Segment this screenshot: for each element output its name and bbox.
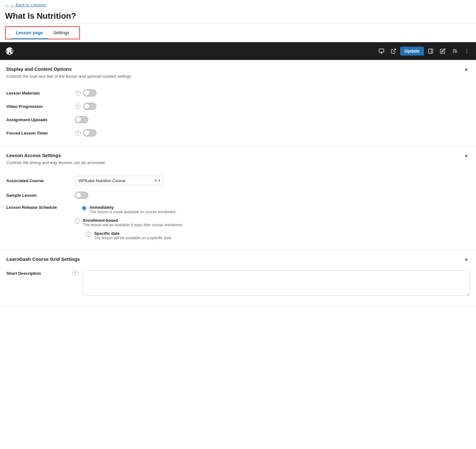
update-button[interactable]: Update xyxy=(400,47,424,56)
sidebar-toggle-button[interactable] xyxy=(425,46,436,56)
sample-lesson-label: Sample Lesson xyxy=(6,193,70,198)
svg-point-7 xyxy=(466,51,467,51)
lesson-materials-slider xyxy=(83,89,96,96)
back-label: ← Back to Lessons xyxy=(10,3,46,7)
edit-icon-button[interactable] xyxy=(437,46,448,56)
associated-course-label: Associated Course xyxy=(6,178,70,183)
sample-lesson-control xyxy=(75,192,88,199)
wp-logo-icon xyxy=(5,47,14,56)
lesson-access-rows: Associated Course WPKube Nutrition Cours… xyxy=(0,170,476,250)
forced-lesson-timer-toggle[interactable] xyxy=(83,129,96,136)
lesson-materials-help-icon[interactable]: ? xyxy=(75,90,81,96)
assignment-uploads-toggle[interactable] xyxy=(75,116,88,123)
forced-lesson-timer-help-icon[interactable]: ? xyxy=(75,130,81,136)
assignment-uploads-slider xyxy=(75,116,88,123)
assignment-uploads-control xyxy=(75,116,88,123)
video-progression-slider xyxy=(83,103,96,110)
radio-specific-date: Specific date The lesson will be availab… xyxy=(86,231,172,240)
video-progression-toggle[interactable] xyxy=(83,103,96,110)
radio-specific-date-desc: The lesson will be available on a specif… xyxy=(94,236,172,240)
external-link-button[interactable] xyxy=(388,46,399,56)
radio-specific-date-title: Specific date xyxy=(94,231,172,236)
lesson-access-title: Lesson Access Settings xyxy=(6,153,61,158)
view-icon-button[interactable] xyxy=(376,46,387,56)
release-schedule-label: Lesson Release Schedule xyxy=(6,205,70,210)
display-content-collapse-btn[interactable]: ▲ xyxy=(463,65,470,73)
lesson-access-header: Lesson Access Settings ▲ xyxy=(0,146,476,160)
forced-lesson-timer-control: ? xyxy=(75,129,96,136)
radio-enrollment-title: Enrollment-based xyxy=(83,218,183,223)
short-desc-help-icon[interactable]: ? xyxy=(72,270,78,276)
tab-settings[interactable]: Settings xyxy=(48,27,75,39)
title-divider xyxy=(0,23,476,24)
radio-immediately-input[interactable] xyxy=(82,206,87,211)
tools-icon-button[interactable] xyxy=(449,46,460,56)
course-grid-header: LearnDash Course Grid Settings ▲ xyxy=(0,250,476,264)
video-progression-label: Video Progression xyxy=(6,104,70,109)
short-desc-field-container xyxy=(83,270,470,297)
assignment-uploads-row: Assignment Uploads xyxy=(6,113,470,126)
lesson-access-section: Lesson Access Settings ▲ Controls the ti… xyxy=(0,146,476,250)
display-content-desc: Controls the look and feel of the lesson… xyxy=(0,74,476,84)
tab-lesson-page[interactable]: Lesson page xyxy=(11,27,48,39)
short-desc-label: Short Description xyxy=(6,271,70,276)
editor-toolbar: Update xyxy=(0,42,476,60)
radio-immediately-title: Immediately xyxy=(90,205,176,210)
short-description-row: Short Description ? xyxy=(6,267,470,300)
video-progression-row: Video Progression ? xyxy=(6,100,470,113)
assignment-uploads-label: Assignment Uploads xyxy=(6,117,70,122)
radio-immediately: Immediately The lesson is made available… xyxy=(82,205,176,214)
course-grid-rows: Short Description ? xyxy=(0,264,476,306)
svg-point-6 xyxy=(466,49,467,50)
course-grid-collapse-btn[interactable]: ▲ xyxy=(463,255,470,263)
svg-rect-2 xyxy=(428,49,433,53)
associated-course-row: Associated Course WPKube Nutrition Cours… xyxy=(6,173,470,188)
radio-enrollment-labels: Enrollment-based The lesson will be avai… xyxy=(83,218,183,227)
course-grid-title: LearnDash Course Grid Settings xyxy=(6,256,80,262)
lesson-materials-label: Lesson Materials xyxy=(6,91,70,96)
associated-course-value: WPKube Nutrition Course xyxy=(78,178,126,183)
video-progression-help-icon[interactable]: ? xyxy=(75,103,81,109)
forced-lesson-timer-slider xyxy=(83,129,96,136)
wordpress-logo xyxy=(4,45,15,57)
short-description-textarea[interactable] xyxy=(83,270,470,296)
short-desc-label-container: Short Description ? xyxy=(6,270,78,276)
dropdown-value-container: WPKube Nutrition Course xyxy=(78,178,154,183)
settings-content: Display and Content Options ▲ Controls t… xyxy=(0,60,476,307)
lesson-materials-toggle[interactable] xyxy=(83,89,96,96)
sample-lesson-row: Sample Lesson xyxy=(6,188,470,202)
display-content-header: Display and Content Options ▲ xyxy=(0,60,476,74)
lesson-materials-row: Lesson Materials ? xyxy=(6,86,470,100)
display-content-title: Display and Content Options xyxy=(6,66,72,72)
course-grid-section: LearnDash Course Grid Settings ▲ Short D… xyxy=(0,250,476,307)
radio-immediately-labels: Immediately The lesson is made available… xyxy=(90,205,176,214)
more-options-button[interactable] xyxy=(461,46,472,56)
radio-enrollment-based: Enrollment-based The lesson will be avai… xyxy=(75,218,183,227)
dropdown-clear-icon[interactable]: ✕ xyxy=(154,178,158,183)
sample-lesson-toggle[interactable] xyxy=(75,192,88,199)
release-schedule-control: Immediately The lesson is made available… xyxy=(75,205,183,240)
radio-specific-date-input[interactable] xyxy=(86,232,91,237)
release-schedule-row: Lesson Release Schedule Immediately The … xyxy=(6,202,470,243)
svg-rect-0 xyxy=(379,49,384,52)
associated-course-control: WPKube Nutrition Course ✕ ▾ xyxy=(75,176,164,185)
forced-lesson-timer-row: Forced Lesson Timer ? xyxy=(6,126,470,140)
back-to-lessons-link[interactable]: ← ← Back to Lessons xyxy=(0,0,476,10)
back-arrow-icon: ← xyxy=(5,3,9,7)
video-progression-control: ? xyxy=(75,103,96,110)
radio-specific-date-labels: Specific date The lesson will be availab… xyxy=(94,231,172,240)
toolbar-right: Update xyxy=(376,46,472,56)
display-content-rows: Lesson Materials ? Video Progression ? xyxy=(0,84,476,146)
forced-lesson-timer-label: Forced Lesson Timer xyxy=(6,131,70,135)
svg-line-1 xyxy=(393,49,395,51)
associated-course-dropdown[interactable]: WPKube Nutrition Course ✕ ▾ xyxy=(75,176,164,185)
lesson-access-collapse-btn[interactable]: ▲ xyxy=(463,151,470,159)
svg-point-8 xyxy=(466,52,467,53)
lesson-access-desc: Controls the timing and way lessons can … xyxy=(0,160,476,170)
dropdown-arrow-icon: ▾ xyxy=(158,178,160,183)
sample-lesson-slider xyxy=(75,192,88,199)
page-title: What Is Nutrition? xyxy=(0,10,476,23)
radio-enrollment-based-input[interactable] xyxy=(75,219,80,224)
display-content-section: Display and Content Options ▲ Controls t… xyxy=(0,60,476,146)
radio-enrollment-desc: The lesson will be available X days afte… xyxy=(83,223,183,227)
